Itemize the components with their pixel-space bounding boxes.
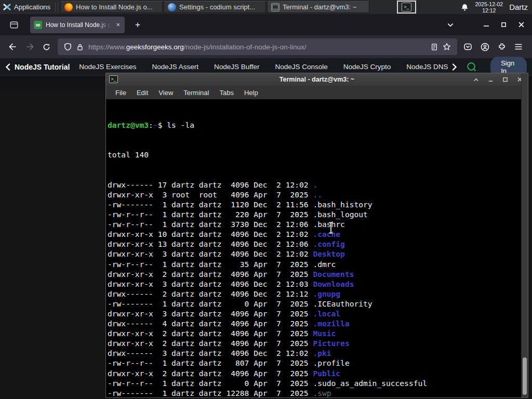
nav-item[interactable]: NodeJS DNS: [406, 63, 448, 71]
terminal-content[interactable]: dartz@vm3:~$ ls -la total 140 drwx------…: [106, 99, 528, 397]
tab-close-icon[interactable]: ×: [115, 21, 121, 29]
reload-icon[interactable]: [38, 40, 55, 54]
taskbar-window-button[interactable]: How to Install Node.js o...: [60, 1, 163, 13]
terminal-menu-item[interactable]: Help: [239, 87, 263, 98]
terminal-prompt-line: dartz@vm3:~$ ls -la: [108, 120, 528, 130]
nav-item[interactable]: NodeJS Buffer: [214, 63, 260, 71]
browser-tab[interactable]: ∞ How to Install Node.js on ×: [30, 17, 125, 33]
listing-details: drwxr-xr-x 3 dartz dartz 4096 Dec 2 12:0…: [108, 249, 313, 258]
shade-icon[interactable]: [473, 77, 479, 82]
back-icon[interactable]: [4, 39, 21, 54]
terminal-title-bar[interactable]: >_ Terminal - dartz@vm3: ~: [106, 73, 528, 86]
tab-title: How to Install Node.js on: [46, 21, 111, 29]
account-icon[interactable]: [481, 43, 489, 51]
terminal-menu-item[interactable]: File: [110, 87, 131, 98]
taskbar-window-label: Settings - codium script...: [179, 3, 255, 11]
listing-details: -rw------- 1 dartz dartz 12288 Apr 7 202…: [108, 389, 313, 397]
lock-icon[interactable]: [76, 43, 84, 51]
panel-clock[interactable]: 2025-12-02 12:12: [475, 1, 503, 14]
listing-filename: Music: [313, 329, 336, 338]
listing-filename: Downloads: [313, 280, 354, 288]
nav-item[interactable]: NodeJS Assert: [152, 63, 198, 71]
listing-details: drwx------ 17 dartz dartz 4096 Dec 2 12:…: [108, 180, 313, 189]
listing-filename: .sudo_as_admin_successful: [313, 379, 427, 388]
terminal-output-line: -rw-r--r-- 1 dartz dartz 807 Apr 7 2025 …: [108, 358, 528, 368]
listing-filename: Pictures: [313, 339, 349, 348]
close-icon[interactable]: [518, 21, 525, 28]
maximize-icon[interactable]: [501, 22, 507, 28]
terminal-total-line: total 140: [108, 150, 528, 159]
listing-details: drwxr-xr-x 13 dartz dartz 4096 Dec 2 12:…: [108, 240, 313, 248]
panel-right-cluster: 2025-12-02 12:12 Dartz: [461, 1, 532, 14]
listing-filename: .cache: [313, 230, 340, 238]
applications-label: Applications: [14, 3, 50, 11]
notification-bell-icon[interactable]: [461, 3, 469, 11]
menu-hamburger-icon[interactable]: [514, 43, 523, 50]
window-icon: [271, 3, 280, 11]
listing-details: -rw-r--r-- 1 dartz dartz 3730 Dec 2 12:0…: [108, 220, 313, 229]
nav-scroll-right-icon[interactable]: [452, 63, 457, 71]
desktop: Applications How to Install Node.js o...…: [0, 0, 532, 399]
taskbar-window-button[interactable]: Settings - codium script...: [164, 1, 266, 13]
nav-item[interactable]: NodeJS Console: [275, 63, 327, 71]
listing-filename: .local: [313, 309, 340, 318]
applications-menu-button[interactable]: Applications: [0, 0, 54, 14]
terminal-output-line: -rw-r--r-- 1 dartz dartz 35 Apr 7 2025 .…: [108, 259, 528, 269]
terminal-scrollbar[interactable]: [521, 73, 528, 397]
terminal-output-line: drwxr-xr-x 2 dartz dartz 4096 Apr 7 2025…: [108, 338, 528, 348]
terminal-title: Terminal - dartz@vm3: ~: [280, 76, 354, 83]
terminal-menu-item[interactable]: Edit: [131, 87, 153, 98]
listing-details: drwx------ 2 dartz dartz 4096 Dec 2 12:1…: [108, 289, 313, 298]
taskbar: How to Install Node.js o...Settings - co…: [60, 0, 370, 14]
forward-icon[interactable]: [21, 39, 38, 54]
list-all-tabs-icon[interactable]: [445, 19, 456, 31]
terminal-menu-item[interactable]: Terminal: [178, 87, 214, 98]
listing-details: -rw-r--r-- 1 dartz dartz 220 Apr 7 2025: [108, 210, 313, 219]
clock-time: 12:12: [475, 7, 503, 14]
terminal-output-line: -rw------- 1 dartz dartz 1120 Dec 2 11:5…: [108, 200, 528, 209]
listing-details: -rw-r--r-- 1 dartz dartz 0 Apr 7 2025: [108, 379, 313, 388]
terminal-output-line: -rw-r--r-- 1 dartz dartz 3730 Dec 2 12:0…: [108, 219, 528, 229]
terminal-output-line: drwx------ 2 dartz dartz 4096 Dec 2 12:1…: [108, 289, 528, 299]
scrollbar-thumb[interactable]: [523, 357, 527, 395]
new-tab-button[interactable]: +: [131, 19, 144, 31]
tracking-shield-icon[interactable]: [64, 43, 72, 51]
terminal-output: drwx------ 17 dartz dartz 4096 Dec 2 12:…: [108, 180, 528, 397]
firefox-view-icon[interactable]: [7, 19, 21, 31]
reader-mode-icon[interactable]: [431, 43, 438, 51]
listing-filename: .ICEauthority: [313, 299, 372, 308]
listing-details: -rw------- 1 dartz dartz 0 Apr 7 2025: [108, 299, 313, 308]
mouse-ibeam-cursor: [328, 222, 334, 234]
nav-item[interactable]: NodeJS Crypto: [343, 63, 391, 71]
extensions-icon[interactable]: [498, 43, 506, 51]
pocket-icon[interactable]: [463, 43, 472, 51]
listing-filename: .: [313, 180, 317, 189]
terminal-output-line: drwx------ 17 dartz dartz 4096 Dec 2 12:…: [108, 180, 528, 190]
firefox-tab-bar: ∞ How to Install Node.js on × +: [0, 14, 532, 35]
terminal-output-line: drwxr-xr-x 10 dartz dartz 4096 Dec 2 12:…: [108, 229, 528, 239]
listing-details: drwxr-xr-x 3 root root 4096 Apr 7 2025: [108, 190, 313, 199]
listing-details: drwxr-xr-x 3 dartz dartz 4096 Apr 7 2025: [108, 309, 313, 318]
nav-back-tutorial[interactable]: NodeJS Tutorial: [5, 63, 70, 71]
listing-filename: Documents: [313, 270, 354, 278]
taskbar-window-button[interactable]: Terminal - dartz@vm3: ~: [267, 1, 369, 13]
nav-item[interactable]: NodeJS Exercises: [79, 63, 136, 71]
terminal-output-line: drwxr-xr-x 2 dartz dartz 4096 Apr 7 2025…: [108, 269, 528, 279]
tray-active-window-icon[interactable]: >_: [397, 1, 416, 14]
terminal-output-line: drwxr-xr-x 3 dartz dartz 4096 Apr 7 2025…: [108, 309, 528, 318]
terminal-output-line: drwxr-xr-x 3 dartz dartz 4096 Dec 2 12:0…: [108, 249, 528, 259]
taskbar-window-label: How to Install Node.js o...: [76, 3, 152, 11]
url-bar[interactable]: https://www.geeksforgeeks.org/node-js/in…: [58, 38, 457, 55]
terminal-menu-item[interactable]: Tabs: [214, 87, 238, 98]
terminal-output-line: drwxr-xr-x 3 dartz dartz 4096 Dec 2 12:0…: [108, 279, 528, 289]
minimize-icon[interactable]: [488, 77, 494, 82]
panel-handle[interactable]: [55, 3, 58, 12]
maximize-icon[interactable]: [502, 77, 508, 82]
listing-details: drwxr-xr-x 2 dartz dartz 4096 Apr 7 2025: [108, 369, 313, 378]
geeksforgeeks-favicon: ∞: [34, 21, 42, 29]
search-icon[interactable]: [467, 62, 477, 72]
user-actions-button[interactable]: Dartz: [509, 3, 528, 11]
bookmark-star-icon[interactable]: [443, 43, 451, 51]
terminal-menu-item[interactable]: View: [153, 87, 178, 98]
minimize-icon[interactable]: [483, 22, 489, 28]
